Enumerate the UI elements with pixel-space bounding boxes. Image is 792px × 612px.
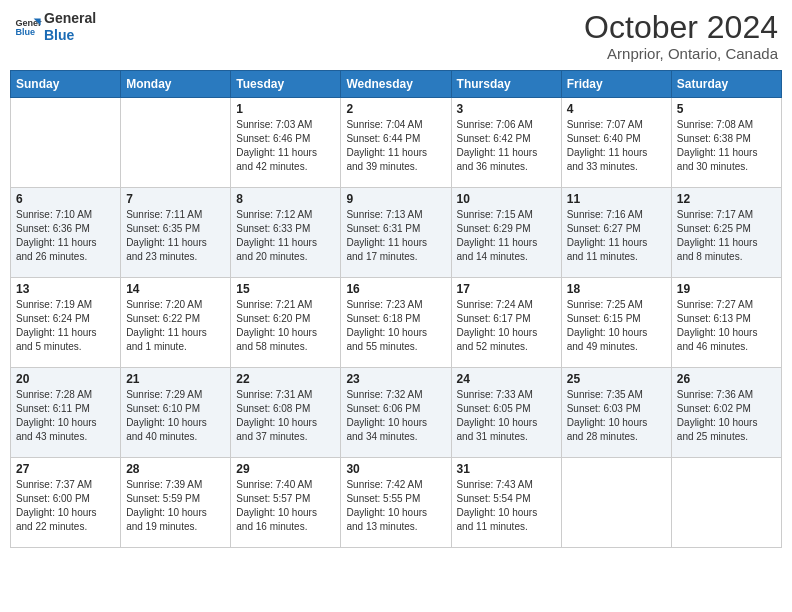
day-number: 17 — [457, 282, 556, 296]
day-info: Sunrise: 7:31 AMSunset: 6:08 PMDaylight:… — [236, 388, 335, 444]
day-number: 22 — [236, 372, 335, 386]
logo-text: General Blue — [44, 10, 96, 44]
day-number: 27 — [16, 462, 115, 476]
calendar-cell: 20Sunrise: 7:28 AMSunset: 6:11 PMDayligh… — [11, 368, 121, 458]
day-number: 25 — [567, 372, 666, 386]
calendar-cell: 31Sunrise: 7:43 AMSunset: 5:54 PMDayligh… — [451, 458, 561, 548]
calendar-cell: 23Sunrise: 7:32 AMSunset: 6:06 PMDayligh… — [341, 368, 451, 458]
calendar-cell: 22Sunrise: 7:31 AMSunset: 6:08 PMDayligh… — [231, 368, 341, 458]
day-info: Sunrise: 7:17 AMSunset: 6:25 PMDaylight:… — [677, 208, 776, 264]
day-number: 16 — [346, 282, 445, 296]
day-info: Sunrise: 7:40 AMSunset: 5:57 PMDaylight:… — [236, 478, 335, 534]
calendar-cell: 18Sunrise: 7:25 AMSunset: 6:15 PMDayligh… — [561, 278, 671, 368]
day-info: Sunrise: 7:08 AMSunset: 6:38 PMDaylight:… — [677, 118, 776, 174]
calendar-week-5: 27Sunrise: 7:37 AMSunset: 6:00 PMDayligh… — [11, 458, 782, 548]
weekday-header-tuesday: Tuesday — [231, 71, 341, 98]
calendar-cell: 24Sunrise: 7:33 AMSunset: 6:05 PMDayligh… — [451, 368, 561, 458]
day-number: 23 — [346, 372, 445, 386]
calendar-cell: 9Sunrise: 7:13 AMSunset: 6:31 PMDaylight… — [341, 188, 451, 278]
calendar-cell: 26Sunrise: 7:36 AMSunset: 6:02 PMDayligh… — [671, 368, 781, 458]
day-number: 21 — [126, 372, 225, 386]
calendar-week-4: 20Sunrise: 7:28 AMSunset: 6:11 PMDayligh… — [11, 368, 782, 458]
calendar-cell: 5Sunrise: 7:08 AMSunset: 6:38 PMDaylight… — [671, 98, 781, 188]
day-info: Sunrise: 7:27 AMSunset: 6:13 PMDaylight:… — [677, 298, 776, 354]
calendar-cell — [671, 458, 781, 548]
day-info: Sunrise: 7:03 AMSunset: 6:46 PMDaylight:… — [236, 118, 335, 174]
calendar-week-1: 1Sunrise: 7:03 AMSunset: 6:46 PMDaylight… — [11, 98, 782, 188]
day-info: Sunrise: 7:19 AMSunset: 6:24 PMDaylight:… — [16, 298, 115, 354]
day-number: 11 — [567, 192, 666, 206]
day-number: 29 — [236, 462, 335, 476]
weekday-header-friday: Friday — [561, 71, 671, 98]
calendar-cell: 15Sunrise: 7:21 AMSunset: 6:20 PMDayligh… — [231, 278, 341, 368]
day-info: Sunrise: 7:15 AMSunset: 6:29 PMDaylight:… — [457, 208, 556, 264]
day-info: Sunrise: 7:20 AMSunset: 6:22 PMDaylight:… — [126, 298, 225, 354]
day-info: Sunrise: 7:37 AMSunset: 6:00 PMDaylight:… — [16, 478, 115, 534]
calendar-cell: 3Sunrise: 7:06 AMSunset: 6:42 PMDaylight… — [451, 98, 561, 188]
day-info: Sunrise: 7:42 AMSunset: 5:55 PMDaylight:… — [346, 478, 445, 534]
page-header: General Blue General Blue October 2024 A… — [10, 10, 782, 62]
day-number: 3 — [457, 102, 556, 116]
day-number: 2 — [346, 102, 445, 116]
day-number: 5 — [677, 102, 776, 116]
calendar-cell: 14Sunrise: 7:20 AMSunset: 6:22 PMDayligh… — [121, 278, 231, 368]
day-info: Sunrise: 7:25 AMSunset: 6:15 PMDaylight:… — [567, 298, 666, 354]
calendar-cell: 27Sunrise: 7:37 AMSunset: 6:00 PMDayligh… — [11, 458, 121, 548]
calendar-cell: 7Sunrise: 7:11 AMSunset: 6:35 PMDaylight… — [121, 188, 231, 278]
calendar-cell: 17Sunrise: 7:24 AMSunset: 6:17 PMDayligh… — [451, 278, 561, 368]
day-info: Sunrise: 7:24 AMSunset: 6:17 PMDaylight:… — [457, 298, 556, 354]
day-info: Sunrise: 7:04 AMSunset: 6:44 PMDaylight:… — [346, 118, 445, 174]
day-info: Sunrise: 7:43 AMSunset: 5:54 PMDaylight:… — [457, 478, 556, 534]
day-info: Sunrise: 7:10 AMSunset: 6:36 PMDaylight:… — [16, 208, 115, 264]
day-number: 8 — [236, 192, 335, 206]
title-block: October 2024 Arnprior, Ontario, Canada — [584, 10, 778, 62]
calendar-cell: 10Sunrise: 7:15 AMSunset: 6:29 PMDayligh… — [451, 188, 561, 278]
day-number: 31 — [457, 462, 556, 476]
calendar-cell: 30Sunrise: 7:42 AMSunset: 5:55 PMDayligh… — [341, 458, 451, 548]
calendar-cell: 4Sunrise: 7:07 AMSunset: 6:40 PMDaylight… — [561, 98, 671, 188]
day-info: Sunrise: 7:23 AMSunset: 6:18 PMDaylight:… — [346, 298, 445, 354]
day-number: 28 — [126, 462, 225, 476]
day-number: 10 — [457, 192, 556, 206]
day-info: Sunrise: 7:39 AMSunset: 5:59 PMDaylight:… — [126, 478, 225, 534]
day-number: 24 — [457, 372, 556, 386]
day-number: 13 — [16, 282, 115, 296]
calendar-cell: 25Sunrise: 7:35 AMSunset: 6:03 PMDayligh… — [561, 368, 671, 458]
day-info: Sunrise: 7:13 AMSunset: 6:31 PMDaylight:… — [346, 208, 445, 264]
day-info: Sunrise: 7:33 AMSunset: 6:05 PMDaylight:… — [457, 388, 556, 444]
weekday-header-row: SundayMondayTuesdayWednesdayThursdayFrid… — [11, 71, 782, 98]
calendar-cell: 12Sunrise: 7:17 AMSunset: 6:25 PMDayligh… — [671, 188, 781, 278]
day-number: 4 — [567, 102, 666, 116]
calendar-cell: 1Sunrise: 7:03 AMSunset: 6:46 PMDaylight… — [231, 98, 341, 188]
logo-icon: General Blue — [14, 13, 42, 41]
day-info: Sunrise: 7:28 AMSunset: 6:11 PMDaylight:… — [16, 388, 115, 444]
day-number: 7 — [126, 192, 225, 206]
weekday-header-thursday: Thursday — [451, 71, 561, 98]
calendar-cell: 28Sunrise: 7:39 AMSunset: 5:59 PMDayligh… — [121, 458, 231, 548]
day-info: Sunrise: 7:11 AMSunset: 6:35 PMDaylight:… — [126, 208, 225, 264]
calendar-cell: 13Sunrise: 7:19 AMSunset: 6:24 PMDayligh… — [11, 278, 121, 368]
day-number: 14 — [126, 282, 225, 296]
day-info: Sunrise: 7:35 AMSunset: 6:03 PMDaylight:… — [567, 388, 666, 444]
calendar-week-2: 6Sunrise: 7:10 AMSunset: 6:36 PMDaylight… — [11, 188, 782, 278]
month-title: October 2024 — [584, 10, 778, 45]
day-info: Sunrise: 7:06 AMSunset: 6:42 PMDaylight:… — [457, 118, 556, 174]
calendar-cell: 6Sunrise: 7:10 AMSunset: 6:36 PMDaylight… — [11, 188, 121, 278]
logo: General Blue General Blue — [14, 10, 96, 44]
day-number: 20 — [16, 372, 115, 386]
day-info: Sunrise: 7:07 AMSunset: 6:40 PMDaylight:… — [567, 118, 666, 174]
weekday-header-wednesday: Wednesday — [341, 71, 451, 98]
calendar-cell — [121, 98, 231, 188]
calendar-cell — [11, 98, 121, 188]
day-number: 30 — [346, 462, 445, 476]
location-subtitle: Arnprior, Ontario, Canada — [584, 45, 778, 62]
calendar-week-3: 13Sunrise: 7:19 AMSunset: 6:24 PMDayligh… — [11, 278, 782, 368]
calendar-cell: 19Sunrise: 7:27 AMSunset: 6:13 PMDayligh… — [671, 278, 781, 368]
calendar-cell: 11Sunrise: 7:16 AMSunset: 6:27 PMDayligh… — [561, 188, 671, 278]
svg-text:Blue: Blue — [15, 27, 35, 37]
calendar-cell: 29Sunrise: 7:40 AMSunset: 5:57 PMDayligh… — [231, 458, 341, 548]
calendar-cell: 21Sunrise: 7:29 AMSunset: 6:10 PMDayligh… — [121, 368, 231, 458]
weekday-header-saturday: Saturday — [671, 71, 781, 98]
calendar-cell: 16Sunrise: 7:23 AMSunset: 6:18 PMDayligh… — [341, 278, 451, 368]
calendar-cell: 2Sunrise: 7:04 AMSunset: 6:44 PMDaylight… — [341, 98, 451, 188]
